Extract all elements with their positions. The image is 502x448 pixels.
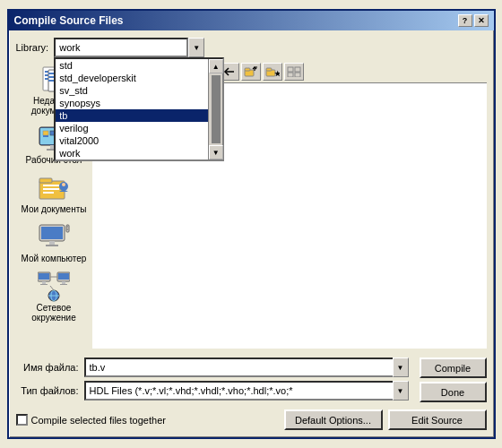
lib-item-sv-std[interactable]: sv_std xyxy=(56,84,208,97)
lib-item-std-dev[interactable]: std_developerskit xyxy=(56,72,208,84)
filename-dropdown-btn[interactable]: ▼ xyxy=(393,358,409,377)
bottom-section: Имя файла: ▼ Тип файлов: ▼ xyxy=(16,352,487,402)
compile-together-text: Compile selected files together xyxy=(31,415,166,426)
svg-rect-19 xyxy=(43,192,54,194)
filetype-row: Тип файлов: ▼ xyxy=(16,381,409,401)
svg-point-28 xyxy=(66,228,68,230)
library-dropdown-list: std std_developerskit sv_std synopsys tb… xyxy=(54,57,224,161)
svg-rect-25 xyxy=(46,245,58,246)
lib-item-vital2000[interactable]: vital2000 xyxy=(56,134,208,147)
titlebar-title: Compile Source Files xyxy=(14,14,124,27)
list-scroll-up[interactable]: ▲ xyxy=(209,59,223,73)
library-input[interactable] xyxy=(54,38,188,57)
titlebar-icons: ? ✕ xyxy=(458,14,489,27)
sidebar-documents-label: Мои документы xyxy=(22,204,87,214)
library-arrow-button[interactable]: ▼ xyxy=(188,38,204,57)
svg-rect-17 xyxy=(43,185,59,186)
sidebar-item-computer[interactable]: Мой компьютер xyxy=(16,223,92,263)
bottom-bar: Compile selected files together Default … xyxy=(16,406,487,430)
library-label: Library: xyxy=(16,42,49,53)
svg-rect-32 xyxy=(40,284,48,285)
library-row: Library: ▼ std std_developerskit sv_std … xyxy=(16,38,487,57)
lib-item-work[interactable]: work xyxy=(56,147,208,159)
lib-item-synopsys[interactable]: synopsys xyxy=(56,97,208,109)
lib-item-tb[interactable]: tb xyxy=(56,109,208,122)
titlebar: Compile Source Files ? ✕ xyxy=(9,11,494,30)
lib-item-verilog[interactable]: verilog xyxy=(56,122,208,134)
library-dropdown-wrapper: ▼ std std_developerskit sv_std synopsys … xyxy=(54,38,197,57)
svg-rect-23 xyxy=(41,227,63,239)
filename-label: Имя файла: xyxy=(16,362,79,373)
filetype-combo: ▼ xyxy=(84,381,409,401)
svg-rect-51 xyxy=(295,73,300,77)
filename-row: Имя файла: ▼ xyxy=(16,358,409,377)
up-folder-button[interactable] xyxy=(241,63,261,81)
svg-rect-18 xyxy=(43,188,59,190)
window-title: Compile Source Files xyxy=(14,14,124,27)
sidebar-computer-label: Мой компьютер xyxy=(22,254,87,263)
svg-point-21 xyxy=(62,183,65,186)
filename-combo: ▼ xyxy=(84,358,409,377)
compile-button[interactable]: Compile xyxy=(420,358,487,378)
bottom-buttons: Default Options... Edit Source xyxy=(284,409,487,430)
svg-rect-49 xyxy=(295,67,300,72)
library-combo[interactable]: ▼ xyxy=(54,38,197,57)
svg-point-27 xyxy=(66,226,68,228)
svg-text:★: ★ xyxy=(274,70,280,78)
filetype-input[interactable] xyxy=(84,381,393,401)
svg-rect-13 xyxy=(43,135,48,137)
svg-rect-36 xyxy=(60,284,67,285)
svg-rect-44 xyxy=(245,68,250,71)
svg-rect-35 xyxy=(62,281,65,284)
my-computer-icon xyxy=(36,223,72,252)
close-button[interactable]: ✕ xyxy=(474,14,489,27)
svg-rect-30 xyxy=(39,273,49,280)
new-folder-button[interactable]: ★ xyxy=(263,63,282,81)
main-window: Compile Source Files ? ✕ Library: ▼ std xyxy=(7,9,496,439)
svg-rect-48 xyxy=(288,67,293,72)
compile-together-label[interactable]: Compile selected files together xyxy=(16,414,166,426)
svg-rect-16 xyxy=(39,178,52,183)
svg-rect-34 xyxy=(58,273,69,280)
list-scroll-down[interactable]: ▼ xyxy=(209,145,223,159)
sidebar-item-network[interactable]: Сетевое окружение xyxy=(16,272,92,323)
svg-rect-50 xyxy=(288,73,293,77)
help-button[interactable]: ? xyxy=(458,14,472,27)
lib-item-std[interactable]: std xyxy=(56,59,208,72)
network-icon xyxy=(36,272,72,301)
svg-rect-12 xyxy=(43,131,48,135)
sidebar-item-documents[interactable]: Мои документы xyxy=(16,174,92,214)
done-button[interactable]: Done xyxy=(420,382,487,402)
svg-rect-46 xyxy=(266,68,272,71)
svg-rect-31 xyxy=(42,281,46,284)
my-documents-icon xyxy=(36,174,72,202)
action-buttons: Compile Done xyxy=(420,358,487,402)
window-body: Library: ▼ std std_developerskit sv_std … xyxy=(9,30,494,437)
default-options-button[interactable]: Default Options... xyxy=(284,409,383,430)
svg-line-41 xyxy=(50,286,54,290)
sidebar-network-label: Сетевое окружение xyxy=(16,303,92,323)
filetype-label: Тип файлов: xyxy=(16,385,79,396)
svg-rect-24 xyxy=(49,241,55,245)
view-menu-button[interactable] xyxy=(284,63,304,81)
edit-source-button[interactable]: Edit Source xyxy=(388,409,487,430)
filetype-dropdown-btn[interactable]: ▼ xyxy=(393,381,409,401)
compile-together-checkbox[interactable] xyxy=(16,414,28,426)
filename-input[interactable] xyxy=(84,358,393,377)
